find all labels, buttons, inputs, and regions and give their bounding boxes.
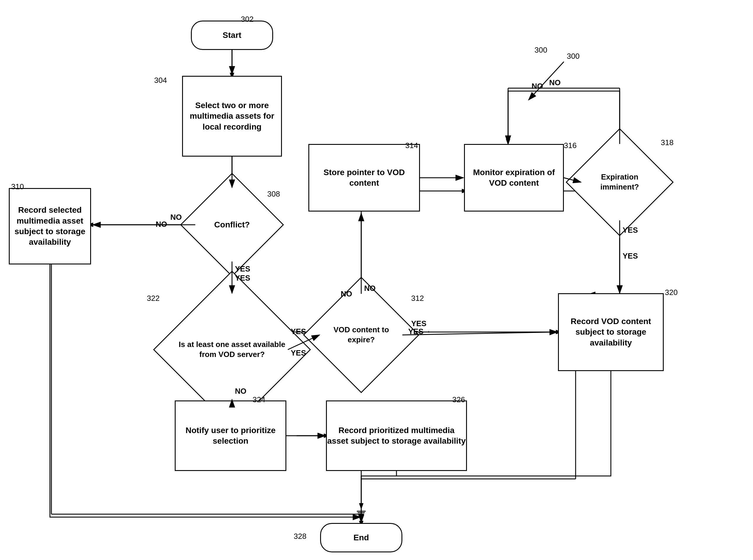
- record-vod-node: Record VOD content subject to storage av…: [558, 293, 664, 371]
- ref-322: 322: [147, 294, 160, 303]
- expiration-yes-label: YES: [623, 226, 638, 235]
- ref-324: 324: [252, 395, 265, 404]
- notify-user-node: Notify user to prioritize selection: [175, 400, 286, 471]
- ref-302: 302: [241, 15, 253, 24]
- conflict-diamond-container: Conflict?: [195, 188, 269, 261]
- ref-318: 318: [661, 138, 673, 147]
- svg-marker-32: [359, 503, 363, 509]
- at-least-one-diamond-container: Is at least one asset available from VOD…: [176, 294, 288, 405]
- expiration-no-label: NO: [532, 82, 543, 91]
- select-node: Select two or more multimedia assets for…: [182, 76, 282, 157]
- conflict-yes-label: YES: [235, 264, 250, 274]
- ref-308: 308: [267, 189, 280, 199]
- ref-326: 326: [452, 395, 465, 404]
- conflict-no-label: NO: [156, 220, 167, 229]
- ref-312: 312: [411, 294, 424, 303]
- vod-expire-diamond-container: VOD content to expire?: [320, 294, 402, 376]
- ref-300: 300: [534, 45, 547, 55]
- expiration-imminent-diamond-container: Expiration imminent?: [582, 144, 658, 220]
- ref-320: 320: [665, 288, 677, 297]
- vod-yes-label: YES→: [408, 327, 431, 336]
- record-prioritized-node: Record prioritized multimedia asset subj…: [326, 400, 467, 471]
- ref-310: 310: [11, 182, 24, 191]
- end-node: End: [320, 523, 402, 552]
- ref-314: 314: [405, 141, 418, 150]
- ref-316: 316: [564, 141, 576, 150]
- monitor-expiration-node: Monitor expiration of VOD content: [464, 144, 564, 212]
- vod-no-label: NO: [341, 289, 352, 299]
- arrows-svg: [0, 0, 753, 560]
- record-selected-node: Record selected multimedia asset subject…: [9, 188, 91, 264]
- flowchart-diagram: 300 Start 302 Select two or more multime…: [0, 0, 753, 560]
- ref-328: 328: [294, 532, 306, 541]
- ref-304: 304: [154, 76, 167, 85]
- start-node: Start: [191, 21, 273, 50]
- store-pointer-node: Store pointer to VOD content: [308, 144, 420, 212]
